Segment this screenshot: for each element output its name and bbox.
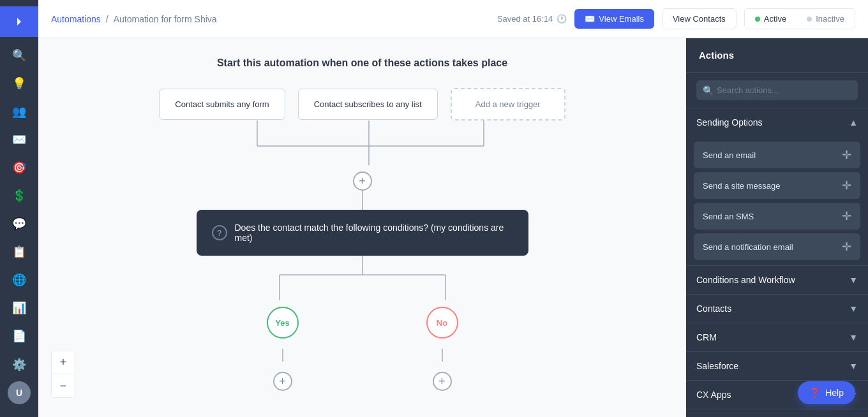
action-items-sending: Send an email ✛ Send a site message ✛ Se… — [686, 136, 868, 265]
connector-svg-top — [171, 121, 554, 172]
chevron-down-icon-conditions: ▼ — [849, 275, 858, 285]
breadcrumb-separator: / — [106, 14, 108, 24]
sidebar-item-list[interactable]: 📋 — [6, 240, 32, 264]
search-input[interactable] — [696, 80, 858, 100]
add-site-message-icon[interactable]: ✛ — [842, 179, 851, 193]
saved-text: Saved at 16:14 — [497, 14, 553, 24]
action-send-email[interactable]: Send an email ✛ — [694, 142, 860, 168]
yes-branch: Yes + — [267, 307, 299, 391]
trigger-submit-form[interactable]: Contact submits any form — [159, 89, 285, 120]
trigger-add-new[interactable]: Add a new trigger — [451, 88, 565, 121]
send-notification-email-label: Send a notification email — [703, 242, 793, 252]
active-toggle-button[interactable]: Active — [745, 9, 797, 29]
add-notification-email-icon[interactable]: ✛ — [842, 240, 851, 254]
avatar[interactable]: U — [8, 381, 31, 404]
section-sending-options-label: Sending Options — [696, 117, 763, 128]
section-contacts-header[interactable]: Contacts ▼ — [686, 295, 868, 323]
saved-info: Saved at 16:14 🕐 — [497, 14, 567, 24]
yes-circle[interactable]: Yes — [267, 307, 299, 339]
branches: Yes + No + — [267, 307, 458, 391]
sidebar: 🔍 💡 👥 ✉️ 🎯 💲 💬 📋 🌐 📊 📄 ⚙️ U — [0, 0, 38, 417]
connector-svg-mid — [361, 191, 364, 210]
sidebar-item-email[interactable]: ✉️ — [6, 128, 32, 152]
canvas-title: Start this automation when one of these … — [217, 57, 507, 69]
sidebar-item-pages[interactable]: 📄 — [6, 324, 32, 348]
search-wrapper: 🔍 — [696, 80, 858, 100]
yes-add-button[interactable]: + — [273, 372, 292, 391]
email-icon: ✉️ — [585, 14, 595, 24]
section-salesforce: Salesforce ▼ — [686, 352, 868, 381]
automation-canvas[interactable]: Start this automation when one of these … — [38, 38, 686, 417]
header: Automations / Automation for form Shiva … — [38, 0, 868, 38]
inactive-toggle-button[interactable]: Inactive — [797, 9, 855, 29]
zoom-in-button[interactable]: + — [52, 351, 75, 374]
sidebar-item-dollar[interactable]: 💲 — [6, 184, 32, 208]
sidebar-item-settings[interactable]: ⚙️ — [6, 352, 32, 377]
section-conditions-header[interactable]: Conditions and Workflow ▼ — [686, 266, 868, 294]
chevron-up-icon: ▲ — [849, 117, 858, 128]
action-send-sms[interactable]: Send an SMS ✛ — [694, 203, 860, 230]
search-box: 🔍 — [686, 73, 868, 108]
no-line — [441, 349, 444, 362]
no-circle[interactable]: No — [426, 307, 458, 339]
section-contacts-label: Contacts — [696, 304, 731, 314]
add-step-button[interactable]: + — [353, 172, 372, 191]
sidebar-logo[interactable] — [0, 6, 38, 37]
section-crm-label: CRM — [696, 332, 717, 342]
page-title: Automation for form Shiva — [114, 14, 217, 24]
send-sms-label: Send an SMS — [703, 212, 754, 221]
triggers-row: Contact submits any form Contact subscri… — [159, 88, 565, 121]
connector-svg-branches — [241, 256, 484, 307]
history-icon[interactable]: 🕐 — [557, 14, 567, 24]
search-icon: 🔍 — [703, 85, 714, 96]
zoom-controls: + − — [51, 351, 75, 398]
action-send-notification-email[interactable]: Send a notification email ✛ — [694, 233, 860, 260]
inactive-dot — [807, 17, 812, 22]
section-sending-options-header[interactable]: Sending Options ▲ — [686, 108, 868, 136]
logo-icon — [11, 14, 27, 29]
action-send-site-message[interactable]: Send a site message ✛ — [694, 172, 860, 199]
no-branch: No + — [426, 307, 458, 391]
section-salesforce-header[interactable]: Salesforce ▼ — [686, 352, 868, 380]
main-content: Automations / Automation for form Shiva … — [38, 0, 868, 417]
chevron-down-icon-salesforce: ▼ — [849, 361, 858, 371]
section-salesforce-label: Salesforce — [696, 361, 738, 371]
add-send-email-icon[interactable]: ✛ — [842, 148, 851, 162]
canvas-area: Start this automation when one of these … — [38, 38, 868, 417]
sidebar-item-lightbulb[interactable]: 💡 — [6, 71, 32, 96]
help-icon: ❓ — [809, 388, 820, 398]
question-icon: ? — [212, 225, 227, 240]
section-crm-header[interactable]: CRM ▼ — [686, 323, 868, 351]
condition-box[interactable]: ? Does the contact match the following c… — [197, 210, 528, 256]
section-conditions-label: Conditions and Workflow — [696, 275, 795, 285]
header-right: Saved at 16:14 🕐 ✉️ View Emails View Con… — [497, 8, 855, 29]
sidebar-bottom: ⚙️ U — [6, 352, 32, 411]
panel-title: Actions — [686, 38, 868, 73]
section-conditions: Conditions and Workflow ▼ — [686, 266, 868, 295]
section-contacts: Contacts ▼ — [686, 295, 868, 323]
send-email-label: Send an email — [703, 150, 756, 160]
trigger-subscribe-list[interactable]: Contact subscribes to any list — [298, 89, 438, 120]
section-cx-apps-label: CX Apps — [696, 390, 731, 400]
sidebar-item-search[interactable]: 🔍 — [6, 43, 32, 68]
sidebar-item-users[interactable]: 👥 — [6, 99, 32, 124]
condition-text: Does the contact match the following con… — [235, 223, 513, 243]
sidebar-item-globe[interactable]: 🌐 — [6, 268, 32, 292]
sidebar-item-chart[interactable]: 📊 — [6, 296, 32, 320]
chevron-down-icon-crm: ▼ — [849, 332, 858, 342]
right-panel: Actions 🔍 Sending Options ▲ Send an emai… — [686, 38, 868, 417]
help-button[interactable]: ❓ Help — [798, 381, 855, 404]
sidebar-item-targeting[interactable]: 🎯 — [6, 156, 32, 180]
breadcrumb-link[interactable]: Automations — [51, 14, 101, 24]
view-contacts-button[interactable]: View Contacts — [662, 8, 737, 29]
sidebar-item-chat[interactable]: 💬 — [6, 212, 32, 236]
add-sms-icon[interactable]: ✛ — [842, 209, 851, 223]
view-emails-button[interactable]: ✉️ View Emails — [574, 9, 654, 29]
status-toggle: Active Inactive — [744, 8, 855, 29]
zoom-out-button[interactable]: − — [52, 374, 75, 397]
yes-line — [281, 349, 284, 362]
no-add-button[interactable]: + — [433, 372, 452, 391]
chevron-down-icon-contacts: ▼ — [849, 304, 858, 314]
breadcrumb: Automations / Automation for form Shiva — [51, 14, 487, 24]
active-status-dot — [755, 17, 760, 22]
